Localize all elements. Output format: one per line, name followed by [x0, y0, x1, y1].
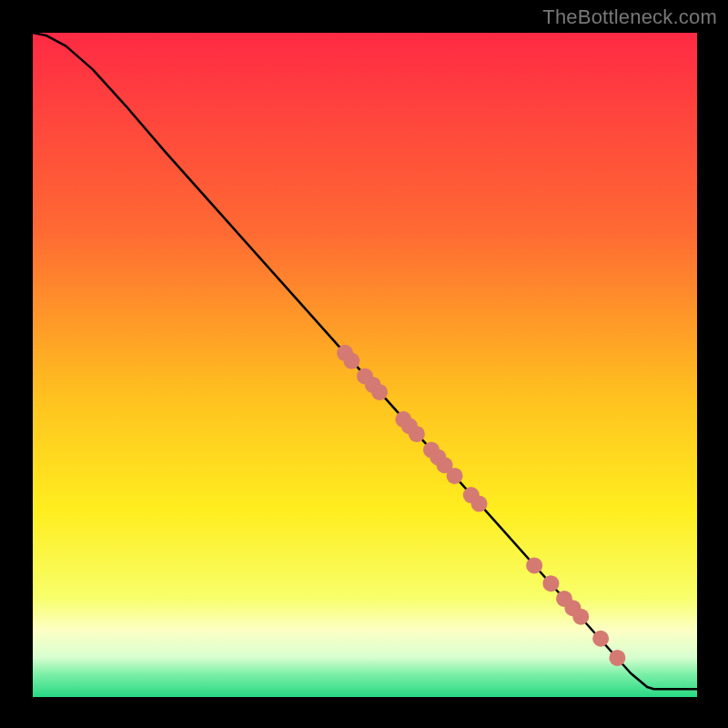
watermark-text: TheBottleneck.com: [542, 5, 717, 29]
data-marker: [592, 631, 609, 647]
data-marker: [409, 426, 425, 442]
chart-plot: [33, 33, 697, 697]
data-marker: [609, 650, 625, 666]
data-marker: [343, 353, 359, 369]
data-marker: [572, 609, 589, 625]
data-marker: [526, 557, 542, 573]
data-marker: [447, 468, 463, 484]
plot-background: [33, 33, 697, 697]
data-marker: [471, 496, 488, 512]
data-marker: [542, 575, 559, 592]
data-marker: [371, 384, 388, 400]
chart-stage: TheBottleneck.com: [0, 0, 728, 728]
